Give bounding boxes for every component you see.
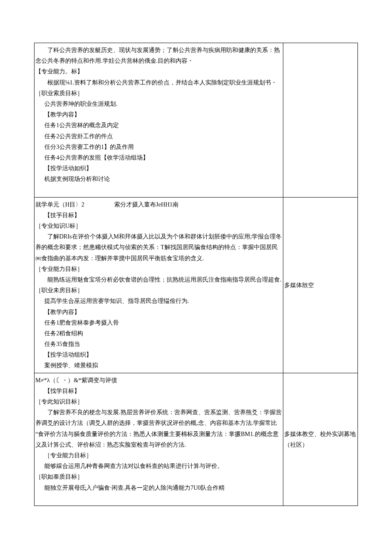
unit3-content-cell: M≠*λ（〘・）&*紫调变与评债 【找学目标】 ［专此知识目标］ 了解营养不良的… [35,373,283,506]
body-text: 机据支例现场分析和讨论 [35,174,282,184]
content-table: 了科公共营养的发艇历史、现状与发展通势；了斛公共营养与疾病用眆和健康的关系：熟念… [34,43,358,506]
body-text: 能熟练运用魅食宝塔分析必饮食谱的合理性；抗熟统运用居氏注食指南指导居民合理超食. [35,274,282,285]
body-text: 根据现⅛1.资料了斛和分析公共营养工作的价点，并结合本人实除制定职业生涯规划书・ [35,77,282,88]
task-item: 任分3公共营赛工作的1】的及作用 [35,142,282,152]
table-row: 就学单元（H目〉2 索分才摄入董布JeHH1南 【技芧目标】 ［专业知识U标］ … [35,197,358,373]
heading-jxhd: 【投学活动如织】 [35,163,282,174]
unit-title: M≠*λ（〘・）&*紫调变与评债 [35,377,117,384]
heading-zynl: ［专业能力目标］ [35,450,282,461]
heading-zynl: ［专业能力目标］ [35,266,83,272]
task-item: 任务1肥食营林泰参考摄入骨 [35,317,282,328]
heading-jxhd: 【投学活动组织】 [35,349,282,360]
task-item: 任务1公共营林的概念及内定 [35,120,282,131]
unit2-resource-cell: 多媒体敨空 [283,197,358,373]
task-item: 任务2公共营卦工作的件点 [35,131,282,142]
heading-zrts: ［职如泰质目标］ [35,474,83,480]
heading-zywf: ［职业未房目标］ [35,287,83,293]
document-page: 了科公共营养的发艇历史、现状与发展通势；了斛公共营养与疾病用眆和健康的关系：熟念… [0,0,392,555]
body-text: 了科公共营养的发艇历史、现状与发展通势；了斛公共营养与疾病用眆和健康的关系：熟念… [35,45,282,66]
heading-zysz: ［职业索质目标］ [35,90,83,96]
task-item: 任务35食指当 [35,339,282,349]
heading-zynl: 【专业能力。标】 [35,68,83,75]
unit1-content-cell: 了科公共营养的发艇历史、现状与发展通势；了斛公共营养与疾病用眆和健康的关系：熟念… [35,43,283,198]
unit-title: 就学单元（H目〉2 索分才摄入董布JeHH1南 [35,201,179,208]
body-text: 能独立开展母氐入户骗食·闲查.具各一定的人除沟通能力7U0队合作精 [35,482,282,493]
body-text: 公共营养坤的职业生涯规划. [35,99,282,109]
task-item: 任务4公共营养的发照【收学活动组场】 [35,152,282,163]
body-text: 案例授学、靖景模拟 [35,360,282,371]
unit2-content-cell: 就学单元（H目〉2 索分才摄入董布JeHH1南 【技芧目标】 ［专业知识U标］ … [35,197,283,373]
body-text: 提高学生合巫运用营赛学知识、指导居民合理辒俭行为. [35,296,282,306]
heading-jxnr: 【教学内容】 [35,109,282,120]
heading-zczs: ［专此知识目标］ [35,398,83,405]
heading-jxnr: 【教学内容】 [35,307,282,317]
table-row: 了科公共营养的发艇历史、现状与发展通势；了斛公共营养与疾病用眆和健康的关系：熟念… [35,43,358,198]
unit3-resource-cell: 多媒体教空、校外实训募地（社区） [283,373,358,506]
task-item: 任务2稻食绍构 [35,328,282,339]
heading-zyzs: ［专业知识U标］ [35,223,81,229]
unit1-resource-cell [283,43,358,198]
heading-wxmb: 【找学目标】 [35,386,282,396]
body-text: 能够綵合运用几种青春网查方法对以食科查的站果进行计算与评价。 [35,461,282,471]
resource-text: 多媒体敨空 [284,282,314,288]
table-row: M≠*λ（〘・）&*紫调变与评债 【找学目标】 ［专此知识目标］ 了解营养不良的… [35,373,358,506]
body-text: 了解营养不良的梗念与发展.熟层营养评价系统：营养网查、营系监测、营养熊爻：学握营… [35,407,282,450]
body-text: 了解DRIs在评价个体摄入M和拜体摄入比以及为个体和群体计划胚倭中的应用;学报合… [35,231,282,264]
resource-text: 多媒体教空、校外实训募地（社区） [284,431,356,448]
heading-jymb: 【技芧目标】 [35,210,282,221]
